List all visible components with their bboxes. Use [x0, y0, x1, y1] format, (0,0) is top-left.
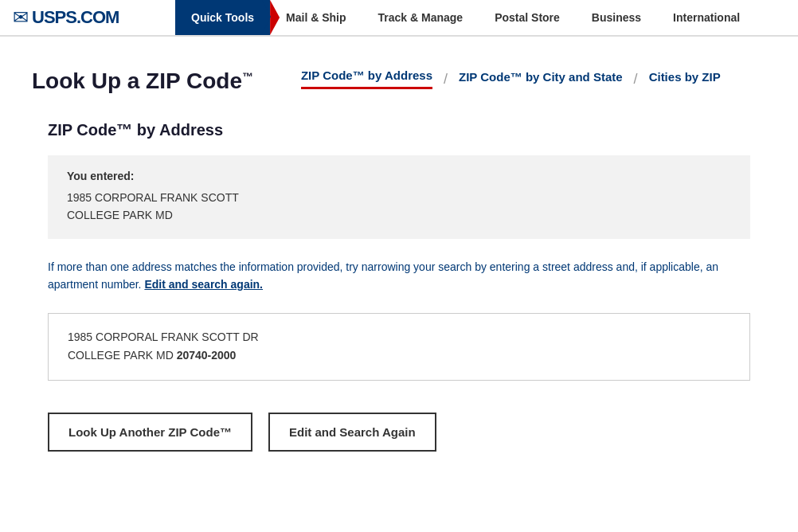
- result-zip: 20740-2000: [177, 349, 237, 362]
- lookup-another-button[interactable]: Look Up Another ZIP Code™: [48, 413, 252, 452]
- tab-divider-2: /: [634, 71, 638, 88]
- result-address: 1985 CORPORAL FRANK SCOTT DR COLLEGE PAR…: [68, 328, 730, 366]
- info-text: If more than one address matches the inf…: [32, 258, 766, 294]
- nav-business[interactable]: Business: [576, 0, 657, 35]
- entered-box: You entered: 1985 CORPORAL FRANK SCOTT C…: [48, 155, 750, 239]
- nav-international[interactable]: International: [657, 0, 756, 35]
- buttons-row: Look Up Another ZIP Code™ Edit and Searc…: [32, 413, 766, 452]
- main-content: Look Up a ZIP Code™ ZIP Code™ by Address…: [0, 37, 798, 467]
- nav-items: Quick Tools Mail & Ship Track & Manage P…: [175, 0, 798, 35]
- page-title: Look Up a ZIP Code™: [32, 68, 253, 94]
- usps-eagle-icon: ✉: [13, 6, 29, 29]
- tab-zip-by-address[interactable]: ZIP Code™ by Address: [301, 68, 432, 89]
- entered-address: 1985 CORPORAL FRANK SCOTT COLLEGE PARK M…: [67, 189, 731, 225]
- tabs: ZIP Code™ by Address / ZIP Code™ by City…: [301, 68, 721, 89]
- navigation: ✉ USPS.COM Quick Tools Mail & Ship Track…: [0, 0, 798, 37]
- section-title: ZIP Code™ by Address: [32, 121, 766, 139]
- nav-quick-tools[interactable]: Quick Tools: [175, 0, 270, 35]
- logo: ✉ USPS.COM: [0, 0, 175, 35]
- site-name: USPS.COM: [32, 7, 119, 28]
- edit-search-again-button[interactable]: Edit and Search Again: [268, 413, 436, 452]
- tab-cities-by-zip[interactable]: Cities by ZIP: [649, 70, 721, 88]
- result-box: 1985 CORPORAL FRANK SCOTT DR COLLEGE PAR…: [48, 313, 750, 381]
- tab-zip-by-city-state[interactable]: ZIP Code™ by City and State: [459, 70, 623, 88]
- edit-search-again-link[interactable]: Edit and search again.: [144, 278, 263, 291]
- nav-mail-ship[interactable]: Mail & Ship: [270, 0, 362, 35]
- nav-track-manage[interactable]: Track & Manage: [362, 0, 479, 35]
- nav-postal-store[interactable]: Postal Store: [479, 0, 576, 35]
- entered-label: You entered:: [67, 170, 731, 182]
- tab-divider-1: /: [444, 71, 448, 88]
